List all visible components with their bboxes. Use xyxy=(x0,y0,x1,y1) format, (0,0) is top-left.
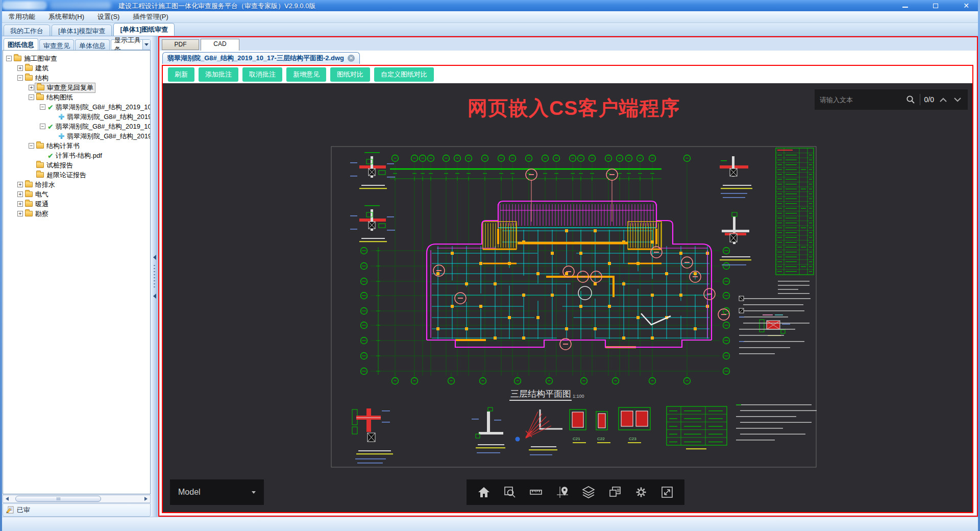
coordinates-button[interactable] xyxy=(554,484,571,501)
tree-item-architecture[interactable]: +建筑 xyxy=(3,63,150,73)
tree-item-calc-pdf[interactable]: ·✔计算书-结构.pdf xyxy=(3,151,150,160)
tree-item-review-reply[interactable]: +审查意见回复单 xyxy=(3,83,150,92)
tab-cad[interactable]: CAD xyxy=(201,39,239,51)
collapse-icon[interactable]: − xyxy=(29,94,34,100)
minimize-button[interactable] xyxy=(897,1,913,10)
menu-plugin-manager[interactable]: 插件管理(P) xyxy=(126,11,175,22)
menu-settings[interactable]: 设置(S) xyxy=(91,11,126,22)
tree-item-pile-report[interactable]: ·试桩报告 xyxy=(3,160,150,170)
layers-button[interactable] xyxy=(580,484,597,501)
close-document-icon[interactable]: ✕ xyxy=(348,55,355,62)
menu-system-help[interactable]: 系统帮助(H) xyxy=(42,11,91,22)
maximize-button[interactable] xyxy=(928,1,943,10)
overlay-banner: 网页嵌入CS客户端程序 xyxy=(468,94,680,122)
sidebar-tabs: 图纸信息 审查意见 单体信息 显示工具条 xyxy=(3,37,151,50)
window-border-left xyxy=(0,0,2,531)
folder-icon xyxy=(36,94,44,100)
close-button[interactable]: ✕ xyxy=(959,1,974,10)
model-space-selector[interactable]: Model xyxy=(170,479,264,505)
fullscreen-button[interactable] xyxy=(658,484,676,501)
workspace-tabs: 我的工作台 [单体1]模型审查 [单体1]图纸审查 xyxy=(2,23,978,36)
scroll-right-button[interactable] xyxy=(142,495,150,502)
collapse-left-icon[interactable] xyxy=(153,255,156,260)
folder-icon xyxy=(25,211,33,216)
tree-item-limit-report[interactable]: ·超限论证报告 xyxy=(3,170,150,180)
tab-drawing-info[interactable]: 图纸信息 xyxy=(4,38,38,50)
cad-drawing: 三层结构平面图 1:100 C21 C22 C23 xyxy=(330,145,818,469)
home-icon xyxy=(477,486,491,499)
drawing-scale: 1:100 xyxy=(573,394,584,399)
expand-icon[interactable]: + xyxy=(17,191,23,197)
tree-item-hvac[interactable]: +暖通 xyxy=(3,199,150,209)
add-annotation-button[interactable]: 添加批注 xyxy=(199,67,238,82)
model-selector-label: Model xyxy=(178,488,201,497)
expand-icon[interactable]: + xyxy=(17,65,23,71)
expand-icon[interactable]: + xyxy=(17,211,23,216)
scroll-left-button[interactable] xyxy=(3,495,11,502)
collapse-icon[interactable]: − xyxy=(6,56,12,61)
refresh-button[interactable]: 刷新 xyxy=(168,67,194,82)
splitter-grip[interactable] xyxy=(154,265,155,288)
expand-icon[interactable]: + xyxy=(17,182,23,187)
sidebar: 图纸信息 审查意见 单体信息 显示工具条 −施工图审查 +建筑 −结构 +审查意… xyxy=(2,36,151,517)
custom-compare-button[interactable]: 自定义图纸对比 xyxy=(374,67,434,82)
combo-dropdown-button[interactable] xyxy=(142,40,150,50)
document-tab[interactable]: 翡翠湖别院_G8#_结构_2019_10_17-三层结构平面图-2.dwg ✕ xyxy=(162,52,360,64)
tree-item-plumbing[interactable]: +给排水 xyxy=(3,180,150,189)
tree-item-dwg-1-child[interactable]: ·翡翠湖别院_G8#_结构_2019_10_1 xyxy=(3,112,150,122)
folder-icon xyxy=(25,65,33,71)
cancel-annotation-button[interactable]: 取消批注 xyxy=(242,67,282,82)
tree-item-survey[interactable]: +勘察 xyxy=(3,209,150,219)
panel-splitter[interactable] xyxy=(151,36,158,517)
search-prev-button[interactable] xyxy=(938,94,948,105)
drawing-title: 三层结构平面图 xyxy=(510,389,571,399)
cad-canvas[interactable]: 网页嵌入CS客户端程序 0/0 xyxy=(163,83,972,512)
tree-item-dwg-2-child[interactable]: ·翡翠湖别院_G8#_结构_2019_10_1 xyxy=(3,131,150,141)
new-comment-button[interactable]: 新增意见 xyxy=(286,67,326,82)
tab-model-review[interactable]: [单体1]模型审查 xyxy=(52,25,112,36)
collapse-icon[interactable]: − xyxy=(40,104,45,110)
zoom-window-button[interactable] xyxy=(501,484,519,501)
document-title: 翡翠湖别院_G8#_结构_2019_10_17-三层结构平面图-2.dwg xyxy=(167,54,344,63)
tree-horizontal-scrollbar[interactable] xyxy=(3,495,151,503)
tree-item-dwg-2[interactable]: −✔翡翠湖别院_G8#_结构_2019_10_17-三 xyxy=(3,122,150,131)
ruler-icon xyxy=(529,486,543,499)
folder-icon xyxy=(36,172,44,178)
menu-common-functions[interactable]: 常用功能 xyxy=(2,11,42,22)
collapse-icon[interactable]: − xyxy=(40,124,45,129)
tree-item-structure[interactable]: −结构 xyxy=(3,73,150,83)
scroll-track[interactable] xyxy=(11,496,142,502)
tab-unit-info[interactable]: 单体信息 xyxy=(75,39,110,50)
drawing-compare-button[interactable]: 图纸对比 xyxy=(330,67,370,82)
tree-item-calc-book[interactable]: −结构计算书 xyxy=(3,141,150,151)
collapse-left-icon-2[interactable] xyxy=(153,294,156,299)
measure-button[interactable] xyxy=(527,484,545,501)
viewports-button[interactable] xyxy=(606,484,624,501)
tab-pdf[interactable]: PDF xyxy=(162,39,199,50)
tree-item-root[interactable]: −施工图审查 xyxy=(3,54,150,63)
section-label-c22: C22 xyxy=(597,437,605,441)
search-input[interactable] xyxy=(820,96,901,104)
drawing-title-block: 三层结构平面图 1:100 xyxy=(509,389,584,401)
expand-icon[interactable]: + xyxy=(17,201,23,207)
toolbar-visibility-combo[interactable]: 显示工具条 xyxy=(111,39,151,50)
home-view-button[interactable] xyxy=(475,484,493,501)
search-next-button[interactable] xyxy=(952,94,963,105)
collapse-icon[interactable]: − xyxy=(29,143,34,149)
search-icon[interactable] xyxy=(905,94,916,105)
section-label-c23: C23 xyxy=(629,437,636,441)
chevron-up-icon xyxy=(940,98,947,102)
tab-review-comments[interactable]: 审查意见 xyxy=(39,39,74,50)
expand-icon[interactable]: + xyxy=(29,85,34,90)
folder-icon xyxy=(37,85,44,90)
tab-drawing-review[interactable]: [单体1]图纸审查 xyxy=(113,23,175,36)
window-bottom-strip xyxy=(0,517,980,531)
collapse-icon[interactable]: − xyxy=(17,75,23,81)
tree-item-dwg-1[interactable]: −✔翡翠湖别院_G8#_结构_2019_10_17-三 xyxy=(3,102,150,112)
settings-button[interactable] xyxy=(632,484,650,501)
tree-item-structure-drawings[interactable]: −结构图纸 xyxy=(3,92,150,102)
scroll-thumb[interactable] xyxy=(15,496,101,502)
tab-my-workbench[interactable]: 我的工作台 xyxy=(4,25,50,36)
cad-tab-page: 翡翠湖别院_G8#_结构_2019_10_17-三层结构平面图-2.dwg ✕ … xyxy=(160,51,976,515)
tree-item-electrical[interactable]: +电气 xyxy=(3,189,150,199)
